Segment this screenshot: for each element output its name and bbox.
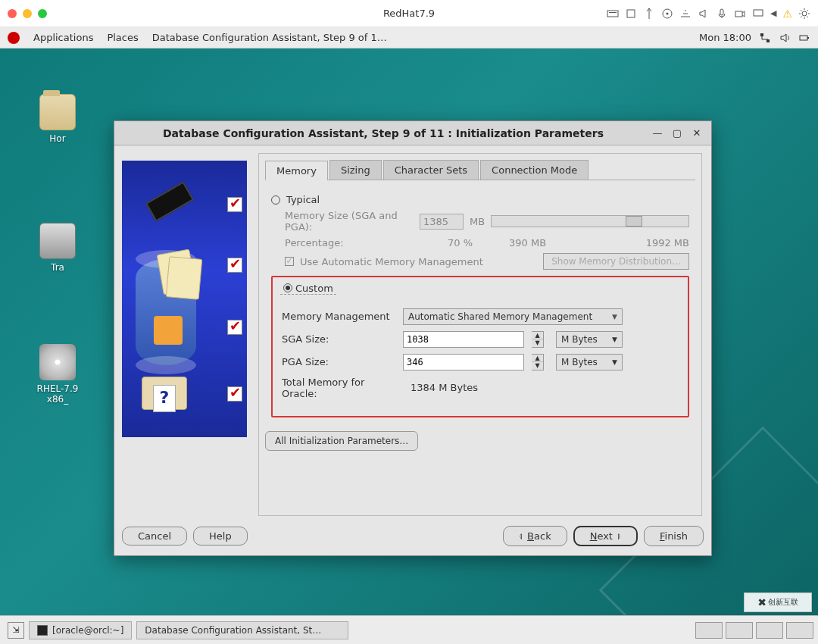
radio-custom[interactable] (283, 283, 292, 292)
pga-unit-dropdown[interactable]: M Bytes▼ (556, 354, 623, 370)
help-button[interactable]: Help (193, 527, 248, 546)
terminal-icon (37, 625, 48, 636)
mem-size-label: Memory Size (SGA and PGA): (285, 210, 414, 233)
custom-label[interactable]: Custom (295, 283, 333, 294)
total-mem-label: Total Memory for Oracle: (282, 377, 403, 399)
chevron-down-icon: ▼ (612, 336, 617, 343)
workspace-3[interactable] (756, 622, 783, 639)
clock[interactable]: Mon 18:00 (699, 32, 751, 43)
desktop[interactable]: Hor Tra RHEL-7.9 x86_ Database Configura… (0, 48, 818, 615)
active-app-label[interactable]: Database Configuration Assistant, Step 9… (152, 32, 387, 43)
mm-value: Automatic Shared Memory Management (408, 311, 592, 322)
cd-iso-icon[interactable]: RHEL-7.9 x86_ (33, 344, 82, 405)
workspace-1[interactable] (695, 622, 723, 639)
chevron-down-icon: ▼ (612, 313, 617, 320)
step-check-icon (227, 320, 242, 335)
show-memory-dist-button: Show Memory Distribution… (543, 253, 689, 270)
memory-management-dropdown[interactable]: Automatic Shared Memory Management ▼ (403, 308, 623, 325)
tabs: Memory Sizing Character Sets Connection … (265, 160, 695, 180)
close-icon[interactable]: ✕ (688, 125, 705, 142)
svg-rect-12 (807, 37, 809, 39)
typical-radio-row[interactable]: Typical (271, 194, 689, 205)
step-check-icon (227, 197, 242, 212)
next-button[interactable]: Next⦊ (573, 526, 638, 546)
cancel-button[interactable]: Cancel (122, 527, 187, 546)
workspace-switcher-icon[interactable]: ⇲ (8, 622, 24, 639)
percentage-value: 70 % (420, 237, 473, 249)
chevron-left-icon: ⦉ (519, 532, 523, 540)
back-button[interactable]: ⦉Back (503, 526, 567, 546)
gnome-bottom-panel: ⇲ [oracle@orcl:~] Database Configuration… (0, 615, 818, 644)
spinner-up-icon: ▲ (532, 355, 543, 362)
sga-input[interactable] (403, 331, 524, 348)
places-menu[interactable]: Places (107, 32, 138, 43)
pga-label: PGA Size: (282, 356, 395, 367)
workspace-4[interactable] (786, 622, 813, 639)
host-title: RedHat7.9 (0, 8, 818, 19)
mem-slider (491, 215, 689, 227)
pga-input[interactable] (403, 354, 524, 370)
total-mem-value: 1384 M Bytes (411, 382, 478, 393)
workspace-2[interactable] (726, 622, 753, 639)
finish-button[interactable]: Finish (644, 526, 704, 546)
minimize-icon[interactable]: — (649, 125, 666, 142)
spinner-up-icon: ▲ (532, 332, 543, 339)
trash-icon[interactable]: Tra (33, 223, 82, 273)
host-titlebar: RedHat7.9 ◀ ⚠ (0, 0, 818, 27)
spinner-down-icon: ▼ (532, 339, 543, 347)
radio-typical[interactable] (271, 195, 280, 205)
sga-spinner[interactable]: ▲▼ (532, 331, 544, 348)
spinner-down-icon: ▼ (532, 362, 543, 370)
tab-body: Typical Memory Size (SGA and PGA): 1385 … (265, 180, 695, 427)
dbca-window: Database Configuration Assistant, Step 9… (114, 120, 712, 556)
redhat-logo-icon[interactable] (8, 32, 20, 44)
battery-icon[interactable] (798, 32, 810, 44)
tab-sizing[interactable]: Sizing (329, 160, 382, 180)
amm-checkbox: ✓ (285, 257, 294, 266)
mem-size-input: 1385 (420, 214, 464, 230)
wizard-side-graphic (122, 161, 247, 437)
watermark: ✖创新互联 (744, 592, 812, 612)
tab-connection-mode[interactable]: Connection Mode (480, 160, 589, 180)
home-folder-icon[interactable]: Hor (33, 94, 82, 144)
dbca-titlebar[interactable]: Database Configuration Assistant, Step 9… (114, 121, 711, 145)
svg-rect-9 (760, 33, 763, 36)
window-title: Database Configuration Assistant, Step 9… (120, 127, 646, 139)
pga-spinner[interactable]: ▲▼ (532, 354, 544, 370)
mid-mb: 390 MB (509, 237, 546, 249)
chevron-down-icon: ▼ (612, 358, 617, 366)
typical-label: Typical (286, 194, 320, 205)
wizard-button-bar: Cancel Help ⦉Back Next⦊ Finish (122, 526, 704, 546)
gnome-top-panel: Applications Places Database Configurati… (0, 27, 818, 48)
volume-icon[interactable] (779, 32, 791, 44)
content-panel: Memory Sizing Character Sets Connection … (258, 153, 702, 516)
svg-rect-11 (800, 36, 807, 40)
sga-label: SGA Size: (282, 333, 395, 345)
chevron-right-icon: ⦊ (617, 532, 621, 540)
percentage-label: Percentage: (285, 237, 414, 249)
maximize-icon[interactable]: ▢ (669, 125, 685, 142)
amm-label: Use Automatic Memory Management (300, 256, 483, 267)
taskbar-terminal[interactable]: [oracle@orcl:~] (29, 621, 132, 639)
sga-unit-dropdown[interactable]: M Bytes▼ (556, 331, 623, 348)
all-init-params-button[interactable]: All Initialization Parameters… (265, 431, 418, 451)
custom-section: Custom Memory Management Automatic Share… (271, 276, 689, 417)
tab-character-sets[interactable]: Character Sets (383, 160, 479, 180)
mm-label: Memory Management (282, 311, 395, 322)
step-check-icon (227, 386, 242, 402)
svg-rect-10 (766, 39, 770, 42)
max-mb: 1992 MB (646, 237, 689, 249)
applications-menu[interactable]: Applications (33, 32, 93, 43)
workspace-pager[interactable] (695, 622, 813, 639)
mem-unit: MB (470, 216, 485, 227)
step-check-icon (227, 258, 242, 273)
taskbar-dbca[interactable]: Database Configuration Assistant, St… (136, 621, 348, 639)
tab-memory[interactable]: Memory (265, 161, 328, 180)
wired-network-icon[interactable] (759, 32, 771, 44)
